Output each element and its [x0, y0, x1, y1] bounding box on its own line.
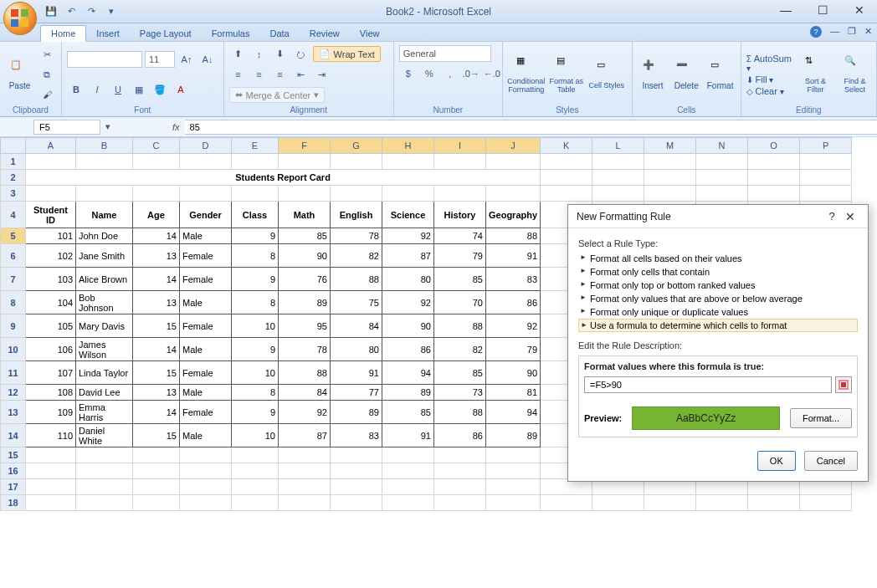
cell[interactable]: 84	[331, 314, 382, 338]
title-cell[interactable]: Students Report Card	[26, 170, 541, 186]
orientation-icon[interactable]: ⭮	[292, 46, 310, 63]
cell[interactable]: Female	[180, 361, 232, 385]
header-age[interactable]: Age	[133, 202, 180, 228]
cancel-button[interactable]: Cancel	[804, 451, 858, 471]
restore-window-icon[interactable]: ❐	[848, 26, 856, 38]
cell[interactable]: 102	[26, 244, 76, 268]
align-top-icon[interactable]: ⬆	[229, 46, 248, 63]
cell[interactable]: 88	[434, 401, 486, 424]
format-cells-button[interactable]: ▭Format	[705, 59, 735, 90]
cell[interactable]: Bob Johnson	[76, 291, 133, 314]
sort-filter-button[interactable]: ⇅Sort & Filter	[799, 55, 832, 94]
cell[interactable]: 101	[26, 228, 76, 244]
rule-type-option[interactable]: Format only cells that contain	[578, 265, 858, 279]
save-icon[interactable]: 💾	[44, 4, 59, 19]
header-name[interactable]: Name	[76, 202, 133, 228]
col-header-E[interactable]: E	[232, 138, 279, 154]
bold-icon[interactable]: B	[67, 81, 85, 98]
row-header-5[interactable]: 5	[1, 228, 26, 244]
cell[interactable]: 86	[486, 291, 541, 314]
cell[interactable]: 76	[279, 268, 331, 291]
header-math[interactable]: Math	[279, 202, 331, 228]
comma-icon[interactable]: ,	[441, 65, 459, 82]
cell[interactable]: 88	[331, 268, 382, 291]
col-header-O[interactable]: O	[748, 138, 800, 154]
row-header-7[interactable]: 7	[1, 268, 26, 291]
cell[interactable]: 91	[486, 244, 541, 268]
col-header-N[interactable]: N	[696, 138, 748, 154]
cell[interactable]: 90	[382, 314, 434, 338]
font-color-icon[interactable]: A	[172, 81, 190, 98]
minimize-button[interactable]: —	[775, 2, 797, 18]
rule-type-option[interactable]: Format all cells based on their values	[578, 252, 858, 265]
header-history[interactable]: History	[434, 202, 486, 228]
increase-font-icon[interactable]: A↑	[177, 51, 196, 68]
delete-cells-button[interactable]: ➖Delete	[671, 59, 701, 90]
cell[interactable]: 91	[382, 424, 434, 447]
tab-data[interactable]: Data	[259, 26, 299, 41]
conditional-formatting-button[interactable]: ▦Conditional Formatting	[508, 55, 545, 94]
range-selector-icon[interactable]	[835, 376, 852, 393]
cell[interactable]: 13	[133, 385, 180, 401]
cell[interactable]: Emma Harris	[76, 401, 133, 424]
maximize-button[interactable]: ☐	[812, 2, 833, 18]
format-button[interactable]: Format...	[790, 408, 852, 428]
cell[interactable]: 104	[26, 291, 76, 314]
cell[interactable]: 10	[232, 314, 279, 338]
align-right-icon[interactable]: ≡	[271, 66, 290, 83]
cell[interactable]: 92	[382, 291, 434, 314]
row-header-9[interactable]: 9	[1, 314, 26, 338]
fill-button[interactable]: ⬇ Fill ▾	[746, 74, 792, 84]
row-header-14[interactable]: 14	[1, 424, 26, 447]
cell[interactable]: James Wilson	[76, 338, 133, 361]
col-header-K[interactable]: K	[541, 138, 592, 154]
align-center-icon[interactable]: ≡	[250, 66, 269, 83]
cell[interactable]: Male	[180, 228, 232, 244]
close-button[interactable]: ✕	[849, 2, 870, 18]
cell[interactable]: 85	[434, 268, 486, 291]
cell[interactable]: 84	[279, 385, 331, 401]
cell[interactable]: 108	[26, 385, 76, 401]
cell[interactable]: 82	[331, 244, 382, 268]
cell[interactable]: 77	[331, 385, 382, 401]
dialog-help-icon[interactable]: ?	[823, 210, 841, 222]
row-header-6[interactable]: 6	[1, 244, 26, 268]
cell[interactable]: John Doe	[76, 228, 133, 244]
number-format-combo[interactable]	[399, 45, 491, 62]
cell[interactable]: 80	[331, 338, 382, 361]
namebox-dropdown-icon[interactable]: ▾	[105, 121, 110, 132]
cell[interactable]: 92	[279, 401, 331, 424]
close-workbook-icon[interactable]: ✕	[864, 26, 872, 38]
cell[interactable]: 79	[434, 244, 486, 268]
copy-icon[interactable]: ⧉	[38, 66, 56, 83]
rule-type-option[interactable]: Format only values that are above or bel…	[578, 292, 858, 305]
row-header-2[interactable]: 2	[1, 170, 26, 186]
tab-page-layout[interactable]: Page Layout	[130, 26, 202, 41]
cell[interactable]: 78	[331, 228, 382, 244]
col-header-D[interactable]: D	[180, 138, 232, 154]
row-header-17[interactable]: 17	[1, 479, 26, 495]
col-header-A[interactable]: A	[26, 138, 76, 154]
col-header-M[interactable]: M	[644, 138, 696, 154]
insert-cells-button[interactable]: ➕Insert	[638, 59, 668, 90]
cell[interactable]: 74	[434, 228, 486, 244]
tab-home[interactable]: Home	[40, 25, 86, 42]
cell[interactable]: Male	[180, 424, 232, 447]
merge-center-button[interactable]: ⬌Merge & Center ▾	[229, 87, 326, 103]
cell[interactable]: 89	[382, 385, 434, 401]
cell[interactable]: 94	[382, 361, 434, 385]
undo-icon[interactable]: ↶	[64, 4, 79, 19]
col-header-J[interactable]: J	[486, 138, 541, 154]
name-box[interactable]	[33, 120, 100, 135]
cell[interactable]: 8	[232, 385, 279, 401]
cell[interactable]: 87	[279, 424, 331, 447]
cell[interactable]: 15	[133, 314, 180, 338]
row-header-15[interactable]: 15	[1, 447, 26, 463]
header-geography[interactable]: Geography	[486, 202, 541, 228]
currency-icon[interactable]: $	[399, 65, 418, 82]
col-header-G[interactable]: G	[331, 138, 382, 154]
dialog-close-icon[interactable]: ✕	[841, 210, 859, 223]
fx-icon[interactable]: fx	[172, 122, 180, 132]
rule-type-option[interactable]: Format only top or bottom ranked values	[578, 279, 858, 292]
cell[interactable]: 107	[26, 361, 76, 385]
